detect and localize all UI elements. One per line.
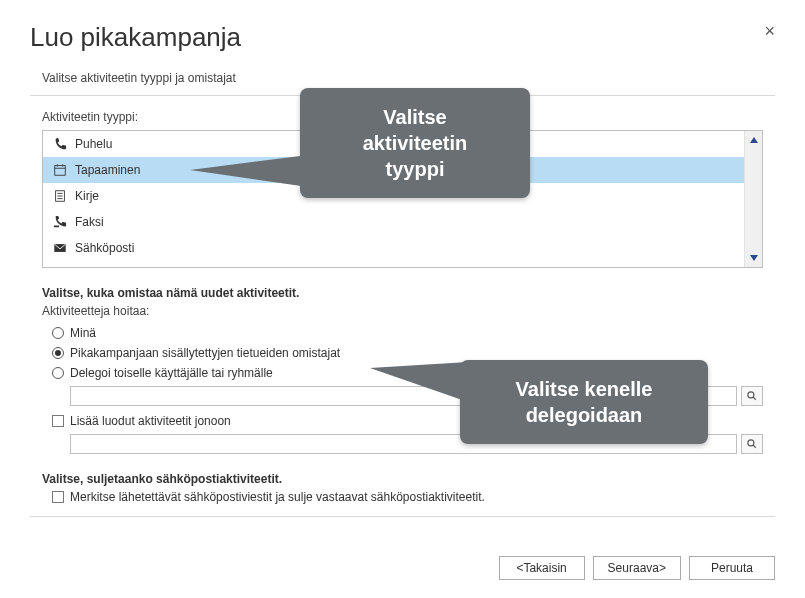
- callout-pointer-icon: [190, 155, 310, 195]
- svg-line-15: [753, 445, 756, 448]
- cancel-button[interactable]: Peruuta: [689, 556, 775, 580]
- mail-icon: [53, 241, 67, 255]
- svg-marker-10: [750, 137, 758, 143]
- svg-marker-11: [750, 255, 758, 261]
- svg-line-13: [753, 397, 756, 400]
- divider: [30, 516, 775, 517]
- callout-text: Valitse kenelle delegoidaan: [516, 378, 653, 426]
- list-item[interactable]: Faksi: [43, 209, 744, 235]
- list-item-label: Tapaaminen: [75, 163, 140, 177]
- lookup-icon: [746, 390, 758, 402]
- document-icon: [53, 189, 67, 203]
- phone-icon: [53, 137, 67, 151]
- scroll-up-icon[interactable]: [745, 131, 762, 149]
- list-item-label: Sähköposti: [75, 241, 134, 255]
- scroll-down-icon[interactable]: [745, 249, 762, 267]
- radio-icon[interactable]: [52, 367, 64, 379]
- checkbox-label: Lisää luodut aktiviteetit jonoon: [70, 414, 231, 428]
- close-icon[interactable]: ×: [764, 22, 775, 40]
- svg-rect-8: [54, 226, 59, 228]
- radio-option-record-owners[interactable]: Pikakampanjaan sisällytettyjen tietueide…: [52, 346, 763, 360]
- svg-point-12: [748, 392, 754, 398]
- radio-option-me[interactable]: Minä: [52, 326, 763, 340]
- delegate-lookup-button[interactable]: [741, 386, 763, 406]
- email-heading: Valitse, suljetaanko sähköpostiaktivitee…: [42, 472, 763, 486]
- callout-pointer-icon: [370, 362, 470, 412]
- svg-point-14: [748, 440, 754, 446]
- radio-label: Minä: [70, 326, 96, 340]
- radio-label: Delegoi toiselle käyttäjälle tai ryhmäll…: [70, 366, 273, 380]
- next-button[interactable]: Seuraava>: [593, 556, 681, 580]
- fax-icon: [53, 215, 67, 229]
- calendar-icon: [53, 163, 67, 177]
- radio-icon[interactable]: [52, 327, 64, 339]
- queue-lookup-button[interactable]: [741, 434, 763, 454]
- list-item-label: Faksi: [75, 215, 104, 229]
- svg-rect-0: [55, 166, 66, 176]
- list-item-label: Puhelu: [75, 137, 112, 151]
- dialog-footer: <Takaisin Seuraava> Peruuta: [499, 556, 775, 580]
- dialog-title: Luo pikakampanja: [30, 22, 775, 53]
- owner-heading: Valitse, kuka omistaa nämä uudet aktivit…: [42, 286, 763, 300]
- checkbox-icon[interactable]: [52, 491, 64, 503]
- checkbox-label: Merkitse lähetettävät sähköpostiviestit …: [70, 490, 485, 504]
- dialog-subtitle: Valitse aktiviteetin tyyppi ja omistajat: [42, 71, 775, 85]
- callout-delegate: Valitse kenelle delegoidaan: [460, 360, 708, 444]
- list-item[interactable]: Sähköposti: [43, 235, 744, 261]
- lookup-icon: [746, 438, 758, 450]
- callout-activity-type: Valitse aktiviteetin tyyppi: [300, 88, 530, 198]
- checkbox-icon[interactable]: [52, 415, 64, 427]
- svg-marker-16: [190, 155, 308, 187]
- radio-icon[interactable]: [52, 347, 64, 359]
- callout-text: Valitse aktiviteetin tyyppi: [363, 106, 467, 180]
- back-button[interactable]: <Takaisin: [499, 556, 585, 580]
- owner-subheading: Aktiviteetteja hoitaa:: [42, 304, 763, 318]
- scrollbar-track[interactable]: [744, 131, 762, 267]
- list-item-label: Kirje: [75, 189, 99, 203]
- svg-marker-17: [370, 362, 468, 402]
- radio-label: Pikakampanjaan sisällytettyjen tietueide…: [70, 346, 340, 360]
